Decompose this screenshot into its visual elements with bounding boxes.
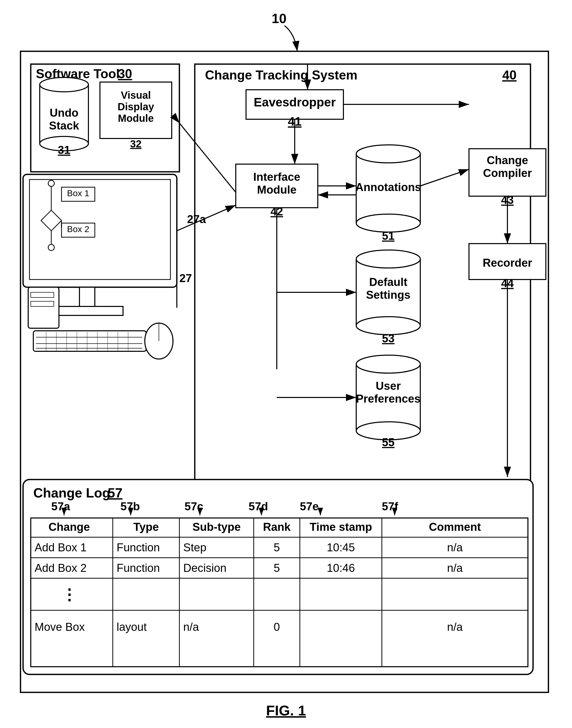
row2-subtype: Decision <box>183 561 226 574</box>
monitor-base <box>51 307 123 315</box>
annotations-bottom <box>356 214 420 232</box>
annotations-body <box>356 154 420 223</box>
row1-change: Add Box 1 <box>34 541 87 554</box>
disk-drive1 <box>31 292 54 297</box>
row4-subtype: n/a <box>183 620 199 633</box>
row2-change: Add Box 2 <box>34 561 87 574</box>
row2-timestamp: 10:46 <box>327 561 355 574</box>
outer-border <box>20 51 549 692</box>
arrow-ann-cc <box>420 169 469 186</box>
row1-type: Function <box>117 541 160 554</box>
row1-comment: n/a <box>447 541 463 554</box>
row2-rank: 5 <box>274 561 280 574</box>
ref-55: 55 <box>382 436 395 449</box>
row4-rank: 0 <box>274 620 280 633</box>
vdm-box <box>100 82 172 138</box>
change-compiler-box <box>469 149 546 196</box>
arrow-im-vdm <box>180 123 236 192</box>
monitor-frame <box>23 174 177 287</box>
ref-57: 57 <box>108 485 123 500</box>
user-pref-top <box>356 355 420 373</box>
cts-label: Change Tracking System <box>205 68 358 82</box>
vdm-label2: Display <box>118 101 154 112</box>
ref-27: 27 <box>180 272 192 284</box>
default-settings-bottom <box>356 317 420 335</box>
col-ref-57e: 57e <box>300 500 318 513</box>
annotations-label: Annotations <box>355 181 421 193</box>
row2-type: Function <box>117 561 160 574</box>
keyboard <box>33 331 146 351</box>
header-change: Change <box>49 521 90 533</box>
cts-box <box>195 64 530 482</box>
software-tool-label: Software Tool <box>36 67 120 81</box>
ref-53: 53 <box>382 332 395 345</box>
header-subtype: Sub-type <box>193 521 241 533</box>
ref-43: 43 <box>501 194 514 206</box>
ref-40: 40 <box>502 68 517 82</box>
row4-type: layout <box>117 620 147 633</box>
page-container: 10 Software Tool 30 Undo Stack 31 <box>0 0 572 728</box>
screen-box2 <box>62 223 95 237</box>
ref-10-label: 10 <box>272 11 287 26</box>
wire-27a <box>177 205 236 231</box>
undo-stack-label-text2: Stack <box>49 119 79 132</box>
screen-circle-top <box>48 180 54 186</box>
user-pref-bottom <box>356 422 420 440</box>
changelog-label: Change Log <box>33 485 110 500</box>
cc-label2: Compiler <box>483 167 532 179</box>
ref-27a: 27a <box>187 213 206 225</box>
user-pref-body <box>356 364 420 431</box>
system-unit <box>28 287 59 328</box>
annotations-top <box>356 145 420 163</box>
row3-dots: ⋮ <box>62 586 77 603</box>
up-label2: Preferences <box>356 392 421 405</box>
up-label1: User <box>376 380 401 392</box>
interface-module-box <box>236 164 318 208</box>
ref-32: 32 <box>130 138 142 149</box>
col-ref-57d: 57d <box>248 500 268 513</box>
im-label2: Module <box>257 183 296 196</box>
col-ref-57f: 57f <box>382 500 398 513</box>
default-settings-top <box>356 250 420 268</box>
screen-diamond <box>41 210 62 231</box>
software-tool-box <box>31 64 180 172</box>
ref-41: 41 <box>288 115 301 128</box>
header-comment: Comment <box>429 521 481 533</box>
undo-stack-label-text: Undo <box>50 107 78 119</box>
row2-comment: n/a <box>447 561 463 574</box>
undo-stack-top <box>40 77 88 92</box>
screen-circle-bottom <box>48 244 54 251</box>
ref-31: 31 <box>58 144 70 156</box>
vdm-label3: Module <box>118 113 154 124</box>
diagram-svg: 10 Software Tool 30 Undo Stack 31 <box>0 0 572 728</box>
recorder-box <box>469 244 546 279</box>
table-border <box>31 518 528 667</box>
ref-10-arrow <box>284 26 297 51</box>
im-label1: Interface <box>253 171 300 183</box>
vdm-label1: Visual <box>121 89 151 101</box>
ds-label1: Default <box>369 276 407 288</box>
row1-subtype: Step <box>183 541 207 554</box>
cc-label1: Change <box>487 154 528 167</box>
eavesdropper-label: Eavesdropper <box>254 95 336 109</box>
screen-box1 <box>62 187 95 201</box>
col-ref-57c: 57c <box>185 500 203 513</box>
ref-51: 51 <box>382 229 395 242</box>
header-rank: Rank <box>263 521 291 533</box>
undo-stack-bottom <box>40 136 88 151</box>
col-ref-57a: 57a <box>51 500 70 513</box>
header-timestamp: Time stamp <box>309 521 372 533</box>
fig-label: FIG. 1 <box>266 702 306 719</box>
eavesdropper-box <box>246 90 343 119</box>
row1-rank: 5 <box>274 541 280 554</box>
row4-comment: n/a <box>447 620 463 633</box>
change-log-box <box>23 479 533 674</box>
monitor-screen <box>29 180 170 279</box>
screen-box2-label: Box 2 <box>67 224 89 234</box>
recorder-label: Recorder <box>483 256 532 269</box>
ref-30: 30 <box>118 67 132 81</box>
screen-box1-label: Box 1 <box>67 188 89 198</box>
ref-44: 44 <box>501 277 514 289</box>
ref-42: 42 <box>271 205 283 218</box>
col-ref-57b: 57b <box>121 500 140 513</box>
